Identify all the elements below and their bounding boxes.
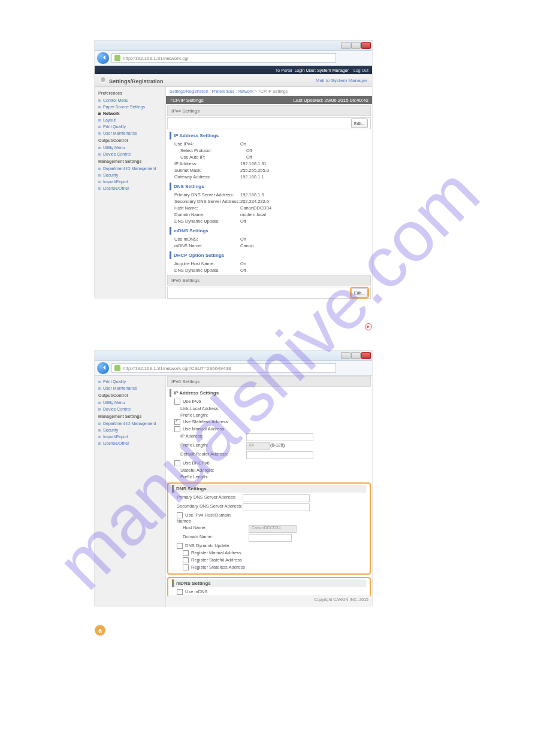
l-dyn6: DNS Dynamic Update bbox=[185, 543, 229, 548]
sidebar-item-layout[interactable]: Layout bbox=[95, 117, 165, 123]
sidebar-item-usermaint[interactable]: User Maintenance bbox=[95, 130, 165, 136]
site-icon bbox=[114, 55, 120, 61]
k-mdnsname: mDNS Name: bbox=[170, 243, 240, 248]
v-dom: modern.local bbox=[240, 212, 266, 217]
browser-toolbar-2: http://192.168.1.81/network.cgi?CSUT=286… bbox=[95, 361, 372, 376]
input-dom6[interactable] bbox=[249, 534, 292, 542]
mail-link[interactable]: Mail to System Manager bbox=[316, 78, 367, 83]
sidebar-item-devicecontrol[interactable]: Device Control bbox=[95, 151, 165, 157]
sidebar-item-deptid[interactable]: Department ID Management bbox=[95, 165, 165, 172]
k-mask: Subnet Mask: bbox=[170, 168, 240, 173]
chk-usev4host[interactable] bbox=[177, 512, 183, 518]
sidebar-item-devicecontrol-2[interactable]: Device Control bbox=[95, 406, 165, 412]
edit-row: Edit... bbox=[167, 117, 371, 129]
annotation-a: a bbox=[95, 625, 105, 636]
l-manual: Use Manual Address bbox=[183, 426, 224, 432]
chk-manual[interactable] bbox=[174, 426, 180, 432]
ipv6-heading: IPv6 Settings bbox=[167, 275, 371, 286]
address-bar-2[interactable]: http://192.168.1.81/network.cgi?CSUT=286… bbox=[111, 363, 336, 373]
input-pdns6[interactable] bbox=[243, 494, 310, 502]
v-mask: 255.255.255.0 bbox=[240, 168, 269, 173]
input-sdns6[interactable] bbox=[243, 503, 310, 511]
chk-stateless[interactable] bbox=[174, 419, 180, 425]
k-dom6: Domain Name: bbox=[172, 534, 249, 542]
sidebar-item-license[interactable]: License/Other bbox=[95, 185, 165, 192]
bc-3[interactable]: Network bbox=[238, 89, 253, 93]
k-ipaddr6: IP Address: bbox=[170, 433, 246, 441]
sidebar-item-import[interactable]: Import/Export bbox=[95, 178, 165, 185]
sidebar-2: Print Quality User Maintenance Output/Co… bbox=[95, 376, 166, 607]
k-dyn2: DNS Dynamic Update: bbox=[170, 268, 240, 273]
chk-regless[interactable] bbox=[183, 564, 189, 570]
sidebar-item-printquality-2[interactable]: Print Quality bbox=[95, 378, 165, 385]
sidebar: Preferences Control Menu Paper Source Se… bbox=[95, 87, 166, 299]
sect-dhcp: DHCP Option Settings bbox=[170, 251, 368, 259]
sidebar-item-utility[interactable]: Utility Menu bbox=[95, 144, 165, 151]
k-dyn: DNS Dynamic Update: bbox=[170, 218, 240, 224]
l-regstate: Register Stateful Address bbox=[191, 557, 242, 563]
side-output-2: Output/Control bbox=[95, 391, 165, 399]
l-dhcpv6: Use DHCPv6 bbox=[183, 460, 210, 466]
ref-icon bbox=[362, 323, 372, 330]
chk-dhcpv6[interactable] bbox=[174, 460, 180, 466]
input-router[interactable] bbox=[246, 451, 313, 459]
k-dom: Domain Name: bbox=[170, 212, 240, 217]
sect-mdns: mDNS Settings bbox=[170, 227, 368, 235]
edit-button[interactable]: Edit... bbox=[351, 119, 368, 128]
k-ip: IP Address: bbox=[170, 161, 240, 166]
l-regman: Register Manual Address bbox=[191, 550, 241, 555]
back-button-2[interactable] bbox=[97, 362, 109, 374]
sidebar-item-network[interactable]: Network bbox=[95, 110, 165, 117]
sidebar-item-deptid-2[interactable]: Department ID Management bbox=[95, 420, 165, 427]
sidebar-item-printquality[interactable]: Print Quality bbox=[95, 123, 165, 130]
sidebar-item-controlmenu[interactable]: Control Menu bbox=[95, 97, 165, 104]
breadcrumb: Settings/Registration : Preferences : Ne… bbox=[166, 87, 372, 96]
sidebar-item-papersource[interactable]: Paper Source Settings bbox=[95, 104, 165, 110]
k-stateful: Stateful Address: bbox=[170, 467, 246, 473]
input-prefix[interactable]: 64 bbox=[246, 442, 270, 450]
window-buttons[interactable] bbox=[341, 42, 371, 49]
edit-button-ipv6[interactable]: Edit... bbox=[351, 288, 368, 297]
address-bar[interactable]: http://192.168.1.81/network.cgi bbox=[111, 53, 336, 63]
sidebar-item-usermaint-2[interactable]: User Maintenance bbox=[95, 385, 165, 391]
v-mdnsname: Canon bbox=[240, 243, 253, 248]
v-dns1: 192.168.1.5 bbox=[240, 192, 264, 198]
login-user: Login User: System Manager bbox=[294, 68, 349, 72]
window-titlebar bbox=[95, 41, 372, 51]
banner: TCP/IP SettingsLast Updated: 29/06 2015 … bbox=[166, 96, 372, 104]
logout-link[interactable]: Log Out bbox=[353, 68, 368, 72]
sidebar-item-import-2[interactable]: Import/Export bbox=[95, 433, 165, 440]
side-output: Output/Control bbox=[95, 136, 165, 144]
k-linklocal: Link-Local Address: bbox=[170, 406, 246, 411]
v-selproto: Off bbox=[246, 148, 252, 153]
chk-regstate[interactable] bbox=[183, 557, 189, 563]
sidebar-item-utility-2[interactable]: Utility Menu bbox=[95, 399, 165, 406]
k-prefix1: Prefix Length: bbox=[170, 412, 246, 418]
portal-link[interactable]: To Portal bbox=[276, 68, 292, 72]
bc-1[interactable]: Settings/Registration bbox=[170, 89, 208, 93]
v-dyn2: Off bbox=[240, 268, 246, 273]
highlight-dns: DNS Settings Primary DNS Server Address:… bbox=[167, 482, 371, 575]
k-prefix3: Prefix Length: bbox=[170, 474, 246, 479]
banner-updated: Last Updated: 29/06 2015 06:40:42 bbox=[294, 98, 368, 103]
chk-dyn6[interactable] bbox=[177, 543, 183, 549]
input-ip6[interactable] bbox=[246, 433, 313, 441]
bc-2[interactable]: Preferences bbox=[211, 89, 234, 93]
v-gw: 192.168.1.1 bbox=[240, 174, 264, 180]
input-host6[interactable]: CanonDDCD34 bbox=[249, 525, 297, 533]
chk-regman[interactable] bbox=[183, 550, 189, 556]
l-usev4host: Use IPv4 Host/Domain Names bbox=[177, 512, 231, 524]
screenshot-2: http://192.168.1.81/network.cgi?CSUT=286… bbox=[95, 351, 372, 606]
window-buttons-2[interactable] bbox=[341, 352, 371, 359]
banner-title: TCP/IP Settings bbox=[170, 98, 204, 103]
sidebar-item-security-2[interactable]: Security bbox=[95, 427, 165, 433]
back-button[interactable] bbox=[97, 52, 109, 64]
chk-useipv6[interactable] bbox=[174, 399, 180, 405]
url-text: http://192.168.1.81/network.cgi bbox=[123, 56, 188, 61]
sidebar-item-license-2[interactable]: License/Other bbox=[95, 440, 165, 447]
l-useipv6: Use IPv6 bbox=[183, 399, 201, 404]
chk-usemdns6[interactable] bbox=[177, 589, 183, 595]
sidebar-item-security[interactable]: Security bbox=[95, 172, 165, 178]
browser-toolbar: http://192.168.1.81/network.cgi bbox=[95, 51, 372, 66]
v-useipv4: On bbox=[240, 141, 246, 147]
